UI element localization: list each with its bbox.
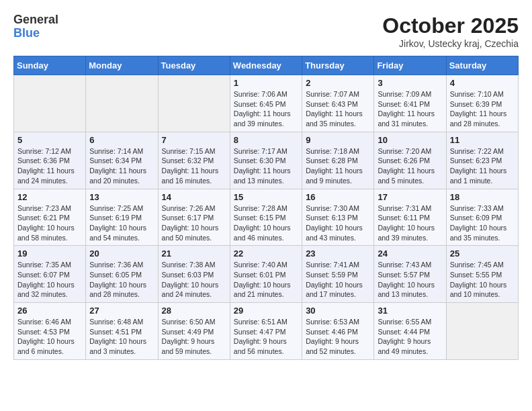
day-info: Sunrise: 7:25 AM Sunset: 6:19 PM Dayligh… — [89, 203, 154, 243]
weekday-sunday: Sunday — [14, 56, 86, 75]
logo-text: GeneralBlue — [13, 13, 58, 40]
day-info: Sunrise: 7:45 AM Sunset: 5:55 PM Dayligh… — [450, 260, 515, 300]
day-number: 29 — [234, 306, 298, 316]
day-info: Sunrise: 7:12 AM Sunset: 6:36 PM Dayligh… — [17, 146, 82, 186]
day-info: Sunrise: 7:30 AM Sunset: 6:13 PM Dayligh… — [306, 203, 370, 243]
calendar-day-cell: 6Sunrise: 7:14 AM Sunset: 6:34 PM Daylig… — [86, 132, 158, 189]
day-info: Sunrise: 7:09 AM Sunset: 6:41 PM Dayligh… — [378, 89, 442, 129]
day-number: 14 — [162, 192, 226, 202]
day-info: Sunrise: 6:55 AM Sunset: 4:44 PM Dayligh… — [378, 317, 442, 357]
calendar-day-cell: 14Sunrise: 7:26 AM Sunset: 6:17 PM Dayli… — [158, 189, 230, 246]
day-number: 26 — [17, 306, 82, 316]
weekday-row: SundayMondayTuesdayWednesdayThursdayFrid… — [14, 56, 519, 75]
calendar-day-cell — [86, 75, 158, 132]
day-info: Sunrise: 7:23 AM Sunset: 6:21 PM Dayligh… — [17, 203, 82, 243]
day-info: Sunrise: 7:28 AM Sunset: 6:15 PM Dayligh… — [234, 203, 298, 243]
day-number: 31 — [378, 306, 442, 316]
calendar-day-cell: 3Sunrise: 7:09 AM Sunset: 6:41 PM Daylig… — [374, 75, 446, 132]
calendar-day-cell: 25Sunrise: 7:45 AM Sunset: 5:55 PM Dayli… — [446, 246, 518, 303]
day-info: Sunrise: 7:41 AM Sunset: 5:59 PM Dayligh… — [306, 260, 370, 300]
calendar-day-cell — [446, 303, 518, 360]
day-number: 28 — [162, 306, 226, 316]
calendar-day-cell: 20Sunrise: 7:36 AM Sunset: 6:05 PM Dayli… — [86, 246, 158, 303]
day-number: 8 — [234, 135, 298, 145]
day-info: Sunrise: 7:15 AM Sunset: 6:32 PM Dayligh… — [162, 146, 226, 186]
day-info: Sunrise: 7:40 AM Sunset: 6:01 PM Dayligh… — [234, 260, 298, 300]
calendar-day-cell: 15Sunrise: 7:28 AM Sunset: 6:15 PM Dayli… — [230, 189, 302, 246]
day-number: 15 — [234, 192, 298, 202]
day-info: Sunrise: 7:18 AM Sunset: 6:28 PM Dayligh… — [306, 146, 370, 186]
day-number: 9 — [306, 135, 370, 145]
calendar-week-row: 5Sunrise: 7:12 AM Sunset: 6:36 PM Daylig… — [14, 132, 519, 189]
calendar-day-cell: 5Sunrise: 7:12 AM Sunset: 6:36 PM Daylig… — [14, 132, 86, 189]
calendar-day-cell: 26Sunrise: 6:46 AM Sunset: 4:53 PM Dayli… — [14, 303, 86, 360]
calendar-week-row: 26Sunrise: 6:46 AM Sunset: 4:53 PM Dayli… — [14, 303, 519, 360]
calendar-week-row: 12Sunrise: 7:23 AM Sunset: 6:21 PM Dayli… — [14, 189, 519, 246]
day-number: 5 — [17, 135, 82, 145]
calendar-day-cell: 27Sunrise: 6:48 AM Sunset: 4:51 PM Dayli… — [86, 303, 158, 360]
calendar-subtitle: Jirkov, Ustecky kraj, Czechia — [382, 38, 519, 49]
day-number: 13 — [89, 192, 154, 202]
calendar-day-cell: 8Sunrise: 7:17 AM Sunset: 6:30 PM Daylig… — [230, 132, 302, 189]
day-info: Sunrise: 6:50 AM Sunset: 4:49 PM Dayligh… — [162, 317, 226, 357]
calendar-day-cell: 23Sunrise: 7:41 AM Sunset: 5:59 PM Dayli… — [302, 246, 374, 303]
calendar-day-cell — [158, 75, 230, 132]
calendar-day-cell: 24Sunrise: 7:43 AM Sunset: 5:57 PM Dayli… — [374, 246, 446, 303]
day-info: Sunrise: 7:20 AM Sunset: 6:26 PM Dayligh… — [378, 146, 442, 186]
weekday-friday: Friday — [374, 56, 446, 75]
calendar-day-cell: 1Sunrise: 7:06 AM Sunset: 6:45 PM Daylig… — [230, 75, 302, 132]
calendar-day-cell — [14, 75, 86, 132]
day-number: 1 — [234, 78, 298, 88]
day-number: 3 — [378, 78, 442, 88]
day-number: 10 — [378, 135, 442, 145]
day-info: Sunrise: 6:46 AM Sunset: 4:53 PM Dayligh… — [17, 317, 82, 357]
weekday-thursday: Thursday — [302, 56, 374, 75]
calendar-day-cell: 4Sunrise: 7:10 AM Sunset: 6:39 PM Daylig… — [446, 75, 518, 132]
page-header: GeneralBlue October 2025 Jirkov, Ustecky… — [13, 13, 519, 49]
calendar-header: SundayMondayTuesdayWednesdayThursdayFrid… — [14, 56, 519, 75]
calendar-day-cell: 12Sunrise: 7:23 AM Sunset: 6:21 PM Dayli… — [14, 189, 86, 246]
calendar-week-row: 19Sunrise: 7:35 AM Sunset: 6:07 PM Dayli… — [14, 246, 519, 303]
day-info: Sunrise: 7:36 AM Sunset: 6:05 PM Dayligh… — [89, 260, 154, 300]
day-number: 20 — [89, 248, 154, 259]
calendar-day-cell: 7Sunrise: 7:15 AM Sunset: 6:32 PM Daylig… — [158, 132, 230, 189]
day-number: 6 — [89, 135, 154, 145]
day-info: Sunrise: 6:48 AM Sunset: 4:51 PM Dayligh… — [89, 317, 154, 357]
day-info: Sunrise: 7:10 AM Sunset: 6:39 PM Dayligh… — [450, 89, 515, 129]
title-block: October 2025 Jirkov, Ustecky kraj, Czech… — [382, 13, 519, 49]
day-number: 23 — [306, 248, 370, 259]
day-info: Sunrise: 7:35 AM Sunset: 6:07 PM Dayligh… — [17, 260, 82, 300]
calendar-day-cell: 30Sunrise: 6:53 AM Sunset: 4:46 PM Dayli… — [302, 303, 374, 360]
day-number: 2 — [306, 78, 370, 88]
calendar-day-cell: 2Sunrise: 7:07 AM Sunset: 6:43 PM Daylig… — [302, 75, 374, 132]
day-number: 4 — [450, 78, 515, 88]
calendar-body: 1Sunrise: 7:06 AM Sunset: 6:45 PM Daylig… — [14, 75, 519, 360]
day-info: Sunrise: 7:14 AM Sunset: 6:34 PM Dayligh… — [89, 146, 154, 186]
weekday-tuesday: Tuesday — [158, 56, 230, 75]
calendar-day-cell: 10Sunrise: 7:20 AM Sunset: 6:26 PM Dayli… — [374, 132, 446, 189]
calendar-day-cell: 21Sunrise: 7:38 AM Sunset: 6:03 PM Dayli… — [158, 246, 230, 303]
day-number: 18 — [450, 192, 515, 202]
day-info: Sunrise: 6:51 AM Sunset: 4:47 PM Dayligh… — [234, 317, 298, 357]
weekday-monday: Monday — [86, 56, 158, 75]
calendar-day-cell: 16Sunrise: 7:30 AM Sunset: 6:13 PM Dayli… — [302, 189, 374, 246]
day-info: Sunrise: 6:53 AM Sunset: 4:46 PM Dayligh… — [306, 317, 370, 357]
day-number: 22 — [234, 248, 298, 259]
calendar-table: SundayMondayTuesdayWednesdayThursdayFrid… — [13, 56, 519, 360]
day-number: 16 — [306, 192, 370, 202]
calendar-day-cell: 19Sunrise: 7:35 AM Sunset: 6:07 PM Dayli… — [14, 246, 86, 303]
calendar-day-cell: 17Sunrise: 7:31 AM Sunset: 6:11 PM Dayli… — [374, 189, 446, 246]
day-info: Sunrise: 7:31 AM Sunset: 6:11 PM Dayligh… — [378, 203, 442, 243]
calendar-day-cell: 18Sunrise: 7:33 AM Sunset: 6:09 PM Dayli… — [446, 189, 518, 246]
day-number: 12 — [17, 192, 82, 202]
day-info: Sunrise: 7:17 AM Sunset: 6:30 PM Dayligh… — [234, 146, 298, 186]
calendar-day-cell: 9Sunrise: 7:18 AM Sunset: 6:28 PM Daylig… — [302, 132, 374, 189]
weekday-wednesday: Wednesday — [230, 56, 302, 75]
day-number: 25 — [450, 248, 515, 259]
calendar-title: October 2025 — [382, 13, 519, 38]
calendar-day-cell: 28Sunrise: 6:50 AM Sunset: 4:49 PM Dayli… — [158, 303, 230, 360]
day-number: 7 — [162, 135, 226, 145]
day-number: 17 — [378, 192, 442, 202]
day-info: Sunrise: 7:07 AM Sunset: 6:43 PM Dayligh… — [306, 89, 370, 129]
logo: GeneralBlue — [13, 13, 58, 40]
